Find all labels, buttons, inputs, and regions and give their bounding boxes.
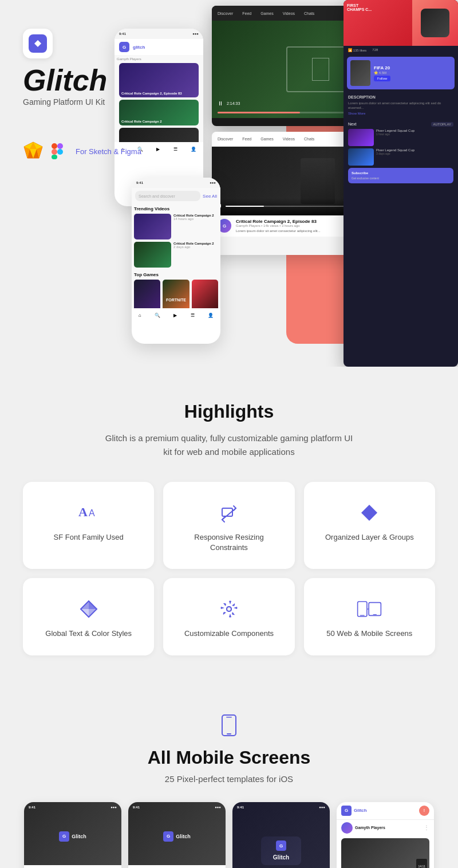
mobile-section-title: All Mobile Screens [23, 747, 435, 768]
feature-label-resize: Responsive Resizing Constraints [175, 532, 283, 553]
feature-card-resize: Responsive Resizing Constraints [163, 482, 294, 569]
mobile-icon [357, 596, 382, 622]
gear-icon [216, 596, 242, 622]
svg-rect-11 [52, 149, 57, 155]
figma-icon [48, 141, 69, 162]
feature-label-components: Customizable Components [184, 629, 274, 639]
highlights-description: Glitch is a premium quality, fully custo… [103, 431, 355, 459]
feature-card-font: A A SF Font Family Used [23, 482, 154, 569]
phone-time-2: 9:41 [136, 181, 143, 184]
svg-point-14 [57, 149, 63, 155]
screen-card-create: 9:41 ●●● G Glitch Create an account Sign… [128, 802, 226, 868]
sketch-icon [23, 141, 44, 162]
diamond-icon [357, 500, 382, 525]
svg-marker-19 [369, 505, 377, 513]
hero-section: Glitch Gaming Platform UI Kit [0, 0, 458, 367]
tablet-mockup-2: FIRSTCHAMPS C... 🔼 135 likes 728 FIFA 20… [344, 0, 458, 367]
feature-card-screens: 50 Web & Mobile Screens [304, 578, 435, 655]
svg-rect-34 [227, 733, 231, 735]
screen-2-body: Create an account Sign in to continue f … [128, 865, 226, 868]
paint-icon [76, 596, 101, 622]
feature-label-font: SF Font Family Used [54, 532, 124, 543]
svg-rect-33 [222, 715, 236, 736]
svg-rect-10 [52, 143, 57, 149]
mobile-section-desc: 25 Pixel-perfect templates for iOS [23, 774, 435, 784]
video-thumb: 14:11 [341, 838, 429, 868]
svg-rect-35 [226, 717, 232, 718]
phone-signal-1: ●●● [192, 32, 199, 36]
svg-rect-30 [369, 603, 381, 616]
screen-2-header: 9:41 ●●● G Glitch [128, 802, 226, 865]
svg-rect-13 [57, 143, 63, 149]
feature-label-screens: 50 Web & Mobile Screens [326, 629, 412, 639]
feature-card-components: Customizable Components [163, 578, 294, 655]
svg-rect-28 [358, 602, 367, 616]
tool-label: For Sketch & Figma [76, 147, 141, 156]
screen-1-header: 9:41 ●●● G Glitch [24, 802, 121, 865]
svg-point-27 [227, 607, 231, 611]
features-grid: A A SF Font Family Used Responsive Resiz… [23, 482, 435, 655]
mobile-section-icon [216, 713, 242, 738]
resize-icon [216, 500, 242, 525]
highlights-section: Highlights Glitch is a premium quality, … [0, 367, 458, 678]
svg-rect-31 [373, 614, 377, 615]
tool-badges: For Sketch & Figma [23, 141, 141, 162]
feature-card-layers: Organized Layer & Groups [304, 482, 435, 569]
font-icon: A A [76, 500, 101, 525]
brand-name: Glitch [23, 65, 141, 95]
feature-label-colors: Global Text & Color Styles [45, 629, 132, 639]
svg-rect-29 [360, 615, 365, 616]
mobile-section: All Mobile Screens 25 Pixel-perfect temp… [0, 678, 458, 868]
screen-card-splash: 9:41 ●●● G Glitch ✉ [232, 802, 330, 868]
feature-card-colors: Global Text & Color Styles [23, 578, 154, 655]
svg-text:A: A [78, 505, 88, 519]
screen-card-welcome: 9:41 ●●● G Glitch Welcome Back! Login yo… [24, 802, 121, 868]
highlights-title: Highlights [23, 401, 435, 422]
feature-label-layers: Organized Layer & Groups [325, 532, 414, 543]
svg-rect-12 [52, 155, 57, 159]
phone-signal-2: ●●● [210, 181, 216, 184]
brand-subtitle: Gaming Platform UI Kit [23, 97, 141, 107]
screen-1-body: Welcome Back! Login your account to cont… [24, 865, 121, 868]
logo-icon [23, 29, 53, 58]
mobile-screens-row: 9:41 ●●● G Glitch Welcome Back! Login yo… [23, 802, 435, 868]
phone-status-bar-2: 9:41 ●●● [132, 178, 220, 188]
hero-branding: Glitch Gaming Platform UI Kit [23, 29, 141, 162]
svg-text:A: A [89, 508, 95, 518]
phone-mockup-2: 9:41 ●●● Search and discover See All Tre… [132, 178, 220, 344]
phone-screen-content-2: Search and discover See All Trending Vid… [132, 188, 220, 322]
screen-card-feed: G Glitch ! Gamyth Players ⋮ 14:11 Cri [337, 802, 434, 868]
